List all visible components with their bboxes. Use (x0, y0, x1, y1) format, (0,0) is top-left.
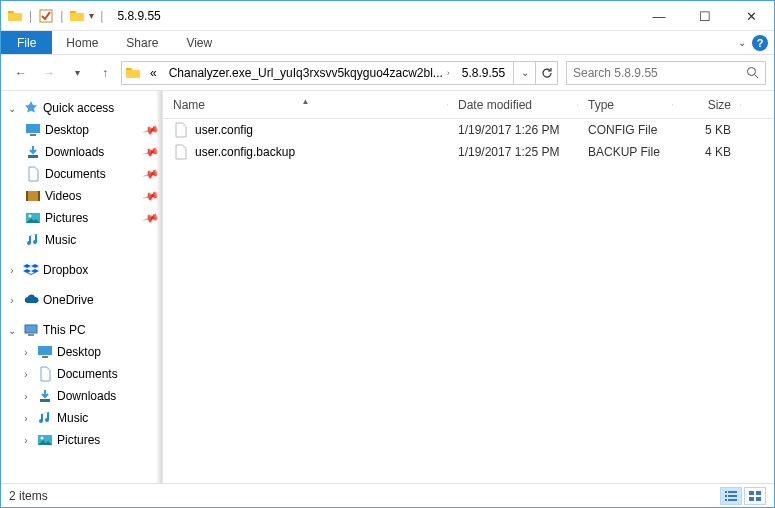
sidebar-item-label: Downloads (45, 145, 104, 159)
navigation-pane[interactable]: ⌄ Quick access Desktop📌Downloads📌Documen… (1, 91, 163, 483)
sidebar-item-music[interactable]: Music (5, 229, 162, 251)
back-button[interactable]: ← (9, 61, 33, 85)
chevron-right-icon: › (447, 68, 450, 78)
file-row[interactable]: user.config1/19/2017 1:26 PMCONFIG File5… (163, 119, 774, 141)
svg-rect-15 (40, 399, 50, 402)
maximize-button[interactable]: ☐ (682, 1, 728, 31)
thumbnails-view-button[interactable] (744, 487, 766, 505)
expand-ribbon-icon[interactable]: ⌄ (738, 37, 746, 48)
downloads-icon (25, 144, 41, 160)
column-header-name[interactable]: ▲ Name (163, 98, 448, 112)
svg-rect-18 (725, 491, 727, 493)
file-row[interactable]: user.config.backup1/19/2017 1:25 PMBACKU… (163, 141, 774, 163)
sidebar-item-label: Pictures (45, 211, 88, 225)
sidebar-item-label: Music (57, 411, 88, 425)
folder-icon (122, 65, 144, 81)
file-type: BACKUP File (578, 145, 673, 159)
svg-rect-23 (728, 499, 737, 501)
details-view-button[interactable] (720, 487, 742, 505)
quick-checkbox-icon[interactable] (38, 8, 54, 24)
svg-rect-25 (756, 491, 761, 495)
chevron-down-icon[interactable]: ▾ (89, 10, 94, 21)
sidebar-item-pictures[interactable]: ›Pictures (5, 429, 162, 451)
svg-point-1 (748, 68, 756, 76)
recent-locations-button[interactable]: ▾ (65, 61, 89, 85)
breadcrumb-item[interactable]: 5.8.9.55 (456, 62, 511, 84)
chevron-right-icon[interactable]: › (5, 265, 19, 276)
this-pc-icon (23, 322, 39, 338)
minimize-button[interactable]: — (636, 1, 682, 31)
chevron-down-icon[interactable]: ⌄ (5, 325, 19, 336)
tree-this-pc[interactable]: ⌄ This PC (5, 319, 162, 341)
sort-ascending-icon: ▲ (302, 97, 310, 106)
up-button[interactable]: ↑ (93, 61, 117, 85)
address-history-button[interactable]: ⌄ (513, 62, 535, 84)
address-row: ← → ▾ ↑ « Chanalyzer.exe_Url_yuIq3rxsvv5… (1, 55, 774, 91)
svg-rect-7 (26, 191, 28, 201)
sidebar-item-downloads[interactable]: ›Downloads (5, 385, 162, 407)
column-header-size[interactable]: Size (673, 98, 741, 112)
file-size: 4 KB (673, 145, 741, 159)
tree-quick-access[interactable]: ⌄ Quick access (5, 97, 162, 119)
svg-rect-5 (28, 155, 38, 158)
sidebar-item-downloads[interactable]: Downloads📌 (5, 141, 162, 163)
chevron-right-icon[interactable]: › (19, 435, 33, 446)
help-icon[interactable]: ? (752, 35, 768, 51)
column-headers: ▲ Name Date modified Type Size (163, 91, 774, 119)
address-bar[interactable]: « Chanalyzer.exe_Url_yuIq3rxsvv5kqyguo4z… (121, 61, 558, 85)
downloads-icon (37, 388, 53, 404)
sidebar-item-pictures[interactable]: Pictures📌 (5, 207, 162, 229)
ribbon-tab-share[interactable]: Share (112, 31, 172, 54)
folder-icon (7, 8, 23, 24)
chevron-down-icon[interactable]: ⌄ (5, 103, 19, 114)
pin-icon: 📌 (142, 165, 161, 183)
separator: | (29, 9, 32, 23)
sidebar-item-documents[interactable]: ›Documents (5, 363, 162, 385)
svg-rect-21 (728, 495, 737, 497)
tree-onedrive[interactable]: › OneDrive (5, 289, 162, 311)
dropbox-icon (23, 262, 39, 278)
sidebar-item-label: Documents (45, 167, 106, 181)
sidebar-item-documents[interactable]: Documents📌 (5, 163, 162, 185)
chevron-right-icon[interactable]: › (19, 369, 33, 380)
sidebar-item-videos[interactable]: Videos📌 (5, 185, 162, 207)
file-list: ▲ Name Date modified Type Size user.conf… (163, 91, 774, 483)
breadcrumb-item[interactable]: Chanalyzer.exe_Url_yuIq3rxsvv5kqyguo4zac… (163, 62, 456, 84)
sidebar-item-desktop[interactable]: ›Desktop (5, 341, 162, 363)
column-header-type[interactable]: Type (578, 98, 673, 112)
sidebar-item-label: Pictures (57, 433, 100, 447)
ribbon-tab-view[interactable]: View (172, 31, 226, 54)
sidebar-item-label: Desktop (45, 123, 89, 137)
forward-button[interactable]: → (37, 61, 61, 85)
refresh-button[interactable] (535, 62, 557, 84)
ribbon-tab-home[interactable]: Home (52, 31, 112, 54)
videos-icon (25, 188, 41, 204)
chevron-right-icon[interactable]: › (19, 413, 33, 424)
search-icon (746, 66, 759, 79)
desktop-icon (25, 122, 41, 138)
chevron-right-icon[interactable]: › (5, 295, 19, 306)
svg-rect-11 (25, 325, 37, 333)
svg-rect-27 (756, 497, 761, 501)
chevron-right-icon[interactable]: › (19, 391, 33, 402)
column-header-date[interactable]: Date modified (448, 98, 578, 112)
sidebar-item-music[interactable]: ›Music (5, 407, 162, 429)
chevron-right-icon[interactable]: › (19, 347, 33, 358)
breadcrumb-overflow[interactable]: « (144, 62, 163, 84)
svg-rect-12 (28, 334, 34, 336)
pin-icon: 📌 (142, 143, 161, 161)
file-tab[interactable]: File (1, 31, 52, 54)
folder-icon[interactable] (69, 8, 85, 24)
desktop-icon (37, 344, 53, 360)
tree-dropbox[interactable]: › Dropbox (5, 259, 162, 281)
sidebar-item-desktop[interactable]: Desktop📌 (5, 119, 162, 141)
star-icon (23, 100, 39, 116)
pin-icon: 📌 (142, 187, 161, 205)
svg-rect-4 (30, 134, 36, 136)
title-bar: | | ▾ | 5.8.9.55 — ☐ ✕ (1, 1, 774, 31)
search-input[interactable]: Search 5.8.9.55 (566, 61, 766, 85)
close-button[interactable]: ✕ (728, 1, 774, 31)
sidebar-item-label: Downloads (57, 389, 116, 403)
window-title: 5.8.9.55 (117, 9, 160, 23)
separator: | (100, 9, 103, 23)
